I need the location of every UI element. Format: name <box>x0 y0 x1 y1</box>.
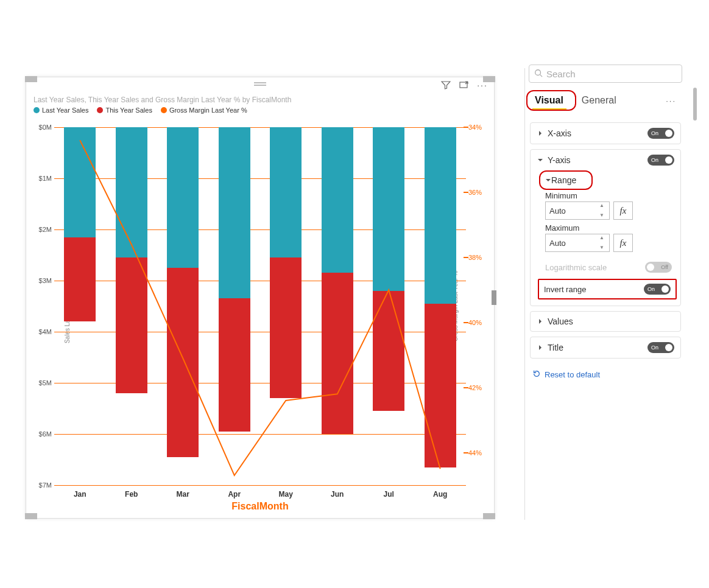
x-axis-tick: Feb <box>125 490 138 499</box>
highlight-annotation <box>539 170 593 190</box>
secondary-y-axis-tick: 34% <box>468 124 487 131</box>
legend-label: Last Year Sales <box>42 107 88 114</box>
legend: Last Year Sales This Year Sales Gross Ma… <box>26 107 494 117</box>
section-x-axis[interactable]: X-axis On <box>531 123 680 144</box>
y-axis-tick: $1M <box>31 175 52 182</box>
resize-handle[interactable] <box>483 513 495 519</box>
format-pane: Search Visual General ··· X-axis On Y-ax… <box>524 68 686 520</box>
resize-handle[interactable] <box>25 76 37 82</box>
chart-title: Last Year Sales, This Year Sales and Gro… <box>26 93 494 107</box>
input-value: Auto <box>549 239 566 248</box>
x-axis-tick: Mar <box>177 490 189 499</box>
legend-label: This Year Sales <box>105 107 152 114</box>
resize-handle[interactable] <box>25 513 37 519</box>
title-toggle[interactable]: On <box>647 342 674 353</box>
section-label: Title <box>548 343 563 352</box>
field-label: Maximum <box>545 223 672 233</box>
x-axis-toggle[interactable]: On <box>647 128 674 139</box>
fx-button[interactable]: fx <box>613 234 633 252</box>
legend-label: Gross Margin Last Year % <box>169 107 247 114</box>
legend-dot-icon <box>161 107 167 113</box>
minimum-input[interactable]: Auto ▲▼ <box>545 201 610 220</box>
line-margin[interactable] <box>80 140 440 475</box>
scrollbar-thumb[interactable] <box>693 88 697 121</box>
drag-handle-icon[interactable] <box>254 82 266 86</box>
highlight-annotation <box>526 90 576 111</box>
legend-dot-icon <box>34 107 40 113</box>
resize-handle[interactable] <box>492 290 496 305</box>
secondary-y-axis-tick: 36% <box>468 189 487 196</box>
invert-range-label: Invert range <box>544 285 586 294</box>
search-icon <box>534 69 543 79</box>
x-axis-title: FiscalMonth <box>231 501 288 512</box>
reset-to-default[interactable]: Reset to default <box>525 363 686 386</box>
section-label: Y-axis <box>548 155 571 165</box>
section-label: X-axis <box>548 128 571 138</box>
y-axis-tick: $4M <box>31 328 52 335</box>
y-axis-tick: $3M <box>31 277 52 284</box>
y-axis-tick: $0M <box>31 124 52 131</box>
x-axis-tick: Jun <box>331 490 344 499</box>
focus-mode-icon[interactable] <box>459 80 470 91</box>
y-axis-tick: $7M <box>31 481 52 489</box>
secondary-y-axis-tick: 42% <box>468 384 487 391</box>
more-options-icon[interactable]: ··· <box>666 96 676 105</box>
filter-icon[interactable] <box>440 80 451 91</box>
section-label: Values <box>548 317 573 326</box>
x-axis-tick: Aug <box>433 490 447 499</box>
y-axis-tick: $5M <box>31 379 52 387</box>
legend-dot-icon <box>97 107 103 113</box>
maximum-input[interactable]: Auto ▲▼ <box>545 234 610 252</box>
x-axis-tick: Jul <box>384 490 394 499</box>
resize-handle[interactable] <box>483 76 495 82</box>
field-label: Minimum <box>545 191 672 200</box>
secondary-y-axis-tick: 38% <box>468 254 487 261</box>
plot-area: Sales Last year & This year Gross Margin… <box>54 127 466 485</box>
spinner-icon[interactable]: ▲▼ <box>599 203 608 218</box>
log-scale-label: Logarithmic scale <box>545 263 607 272</box>
chevron-down-icon <box>537 157 544 163</box>
reset-icon <box>532 369 541 380</box>
chevron-right-icon <box>537 345 544 351</box>
section-y-axis[interactable]: Y-axis On <box>531 150 680 170</box>
chevron-right-icon <box>537 130 544 136</box>
spinner-icon[interactable]: ▲▼ <box>599 236 608 250</box>
section-values[interactable]: Values <box>531 312 680 331</box>
y-axis-tick: $6M <box>31 430 52 438</box>
fx-button[interactable]: fx <box>613 201 633 220</box>
tab-general[interactable]: General <box>577 93 621 108</box>
log-scale-toggle: Off <box>645 262 672 273</box>
y-axis-tick: $2M <box>31 226 52 233</box>
search-placeholder: Search <box>546 69 576 79</box>
chevron-right-icon <box>537 318 544 324</box>
search-input[interactable]: Search <box>529 65 682 83</box>
chart-visual[interactable]: ··· Last Year Sales, This Year Sales and… <box>26 77 495 519</box>
x-axis-tick: Apr <box>228 490 241 499</box>
secondary-y-axis-tick: 44% <box>468 449 487 457</box>
x-axis-tick: Jan <box>74 490 86 499</box>
x-axis-tick: May <box>279 490 293 499</box>
input-value: Auto <box>549 206 566 215</box>
reset-label: Reset to default <box>545 370 600 379</box>
secondary-y-axis-tick: 40% <box>468 319 487 326</box>
invert-range-toggle[interactable]: On <box>644 284 671 295</box>
y-axis-toggle[interactable]: On <box>647 155 674 166</box>
section-title[interactable]: Title On <box>531 337 680 358</box>
svg-point-1 <box>535 69 541 75</box>
